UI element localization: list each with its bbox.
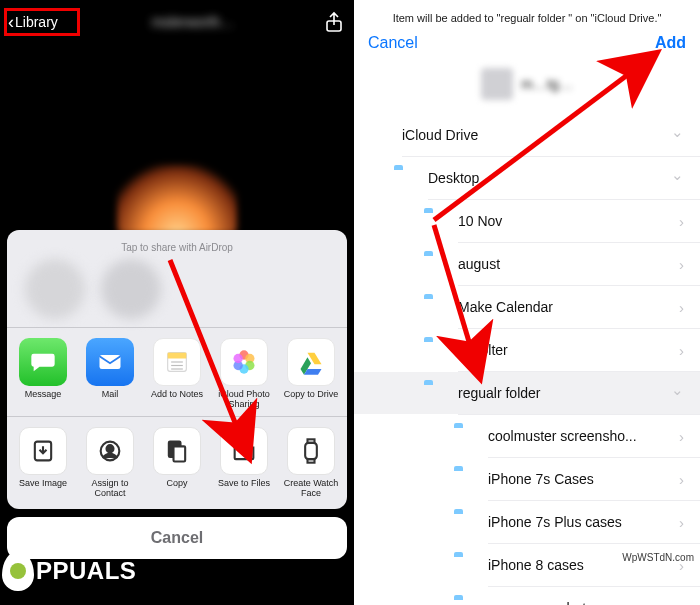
folder-icon [454, 556, 476, 574]
notes-icon [153, 338, 201, 386]
svg-rect-20 [308, 459, 315, 463]
folder-icon [424, 298, 446, 316]
file-thumbnail [481, 68, 513, 100]
chevron-right-icon [673, 256, 690, 273]
svg-point-12 [234, 354, 243, 363]
airdrop-hint: Tap to share with AirDrop [7, 238, 347, 259]
share-app-drive[interactable]: Copy to Drive [281, 338, 341, 410]
tree-regualr-folder[interactable]: regualr folder [354, 372, 700, 414]
add-button[interactable]: Add [655, 34, 686, 52]
tree-iphone-8-cases[interactable]: iPhone 8 cases [354, 544, 700, 586]
tree-new-screenshots[interactable]: new screenshots [354, 587, 700, 605]
copy-icon [153, 427, 201, 475]
tree-10-nov[interactable]: 10 Nov [354, 200, 700, 242]
chevron-right-icon [673, 299, 690, 316]
tree-icloud-drive[interactable]: iCloud Drive [354, 114, 700, 156]
nav-title: mslerworth… [152, 14, 234, 30]
share-button[interactable] [322, 10, 346, 34]
chevron-right-icon [673, 514, 690, 531]
folder-tree: iCloud Drive Desktop 10 Nov a [354, 114, 700, 605]
action-save-to-files[interactable]: Save to Files [214, 427, 274, 499]
google-drive-icon [287, 338, 335, 386]
photos-icon [220, 338, 268, 386]
svg-rect-19 [308, 439, 315, 443]
folder-icon [454, 513, 476, 531]
folder-icon [454, 427, 476, 445]
appuals-logo-icon [2, 551, 34, 591]
chevron-right-icon [673, 428, 690, 445]
airdrop-contact[interactable] [25, 259, 85, 319]
svg-point-15 [107, 445, 114, 452]
icloud-icon [368, 126, 390, 144]
watermark-appuals: PPUALS [2, 551, 136, 591]
share-app-icloud-photo[interactable]: iCloud Photo Sharing [214, 338, 274, 410]
files-save-dialog: Item will be added to "regualr folder " … [354, 0, 700, 605]
chevron-down-icon [665, 384, 690, 402]
chevron-left-icon: ‹ [8, 12, 14, 33]
airdrop-contact[interactable] [101, 259, 161, 319]
chevron-down-icon [665, 169, 690, 187]
contact-icon [86, 427, 134, 475]
chevron-right-icon [673, 342, 690, 359]
destination-hint: Item will be added to "regualr folder " … [368, 8, 686, 34]
messages-icon [19, 338, 67, 386]
action-copy[interactable]: Copy [147, 427, 207, 499]
folder-icon [220, 427, 268, 475]
share-app-message[interactable]: Message [13, 338, 73, 410]
share-app-notes[interactable]: Add to Notes [147, 338, 207, 410]
file-chip: m…tg… [368, 62, 686, 114]
watch-icon [287, 427, 335, 475]
folder-icon [424, 212, 446, 230]
tree-august[interactable]: august [354, 243, 700, 285]
chevron-right-icon [673, 600, 690, 606]
folder-icon [424, 341, 446, 359]
svg-rect-17 [174, 446, 186, 461]
svg-rect-3 [168, 353, 187, 359]
tree-iphone-7s-plus-cases[interactable]: iPhone 7s Plus cases [354, 501, 700, 543]
tree-make-calendar[interactable]: Make Calendar [354, 286, 700, 328]
action-assign-contact[interactable]: Assign to Contact [80, 427, 140, 499]
attribution-text: WpWSTdN.com [622, 552, 694, 563]
mail-icon [86, 338, 134, 386]
save-image-icon [19, 427, 67, 475]
share-sheet-screenshot: ‹ Library mslerworth… Tap to share with … [0, 0, 354, 605]
back-button[interactable]: ‹ Library [8, 10, 64, 35]
chevron-down-icon [665, 126, 690, 144]
tree-iphone-7s-cases[interactable]: iPhone 7s Cases [354, 458, 700, 500]
svg-rect-1 [100, 355, 121, 369]
chevron-right-icon [673, 213, 690, 230]
share-icon [322, 10, 346, 34]
back-label: Library [15, 14, 58, 30]
folder-icon [454, 470, 476, 488]
folder-icon [454, 599, 476, 605]
folder-icon [424, 384, 446, 402]
share-sheet: Tap to share with AirDrop Message [7, 230, 347, 597]
tree-desktop[interactable]: Desktop [354, 157, 700, 199]
file-name: m…tg… [521, 76, 572, 92]
svg-rect-18 [305, 443, 317, 459]
share-app-mail[interactable]: Mail [80, 338, 140, 410]
folder-icon [424, 255, 446, 273]
action-save-image[interactable]: Save Image [13, 427, 73, 499]
folder-icon [394, 169, 416, 187]
cancel-button[interactable]: Cancel [368, 34, 418, 52]
tree-coolmuster[interactable]: coolmuster screensho... [354, 415, 700, 457]
action-create-watch-face[interactable]: Create Watch Face [281, 427, 341, 499]
photo-preview [0, 44, 354, 234]
tree-new-folter[interactable]: w Folter [354, 329, 700, 371]
nav-bar: ‹ Library mslerworth… [0, 0, 354, 44]
chevron-right-icon [673, 471, 690, 488]
